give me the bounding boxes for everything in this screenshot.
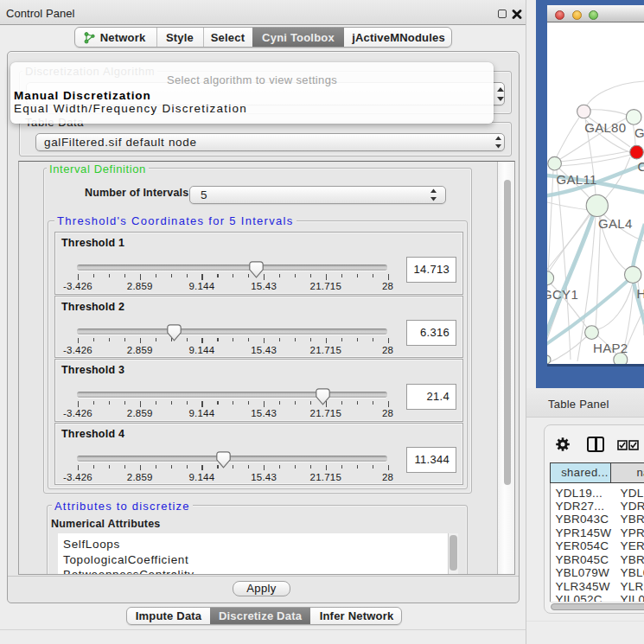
svg-text:GA: GA (634, 125, 644, 140)
svg-text:GAL80: GAL80 (584, 120, 626, 135)
svg-text:HAP2: HAP2 (593, 341, 628, 355)
svg-text:C: C (638, 159, 644, 174)
svg-text:GCY1: GCY1 (547, 287, 578, 302)
svg-text:H: H (637, 286, 644, 301)
svg-text:GAL4: GAL4 (598, 216, 633, 231)
svg-text:GAL11: GAL11 (557, 172, 597, 187)
